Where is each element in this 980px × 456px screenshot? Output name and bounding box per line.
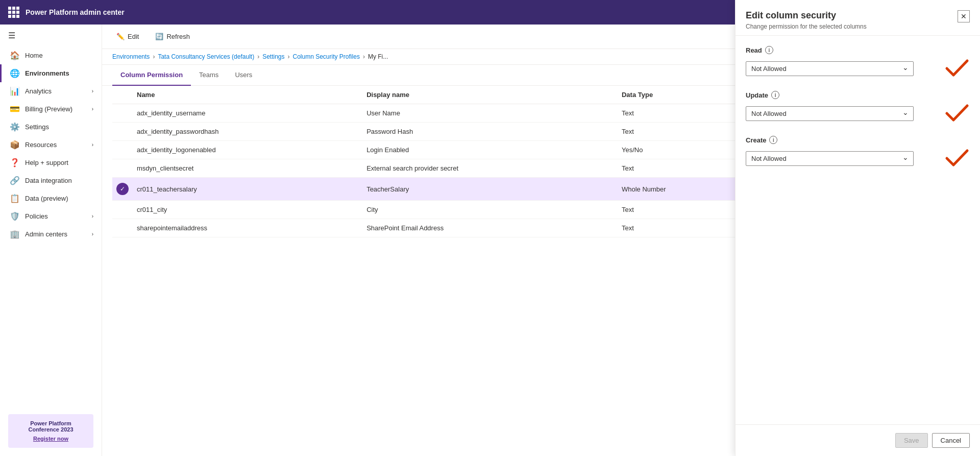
sidebar-item-analytics[interactable]: 📊 Analytics › [0,82,102,100]
sidebar-item-label: Policies [25,212,48,220]
row-data-type: Text [618,201,751,219]
sidebar-item-label: Billing (Preview) [25,105,72,113]
row-data-type: Text [618,219,751,237]
sidebar-item-settings[interactable]: ⚙️ Settings [0,118,102,136]
row-name: adx_identity_username [133,104,362,123]
sidebar-item-home[interactable]: 🏠 Home [0,46,102,64]
sidebar-item-data-integration[interactable]: 🔗 Data integration [0,172,102,189]
sidebar-item-resources[interactable]: 📦 Resources › [0,136,102,154]
sidebar-item-label: Analytics [25,87,52,95]
tab-teams[interactable]: Teams [191,65,227,86]
tab-users[interactable]: Users [227,65,260,86]
read-info-icon[interactable]: i [765,46,773,54]
panel-subtitle: Change permission for the selected colum… [746,25,867,30]
breadcrumb-settings[interactable]: Settings [262,53,284,60]
environments-icon: 🌐 [10,68,20,78]
row-data-type: Whole Number [618,178,751,201]
update-info-icon[interactable]: i [771,91,779,99]
col-header-name: Name [133,86,362,104]
settings-icon: ⚙️ [10,122,20,132]
promo-register-link[interactable]: Register now [33,436,68,442]
edit-button[interactable]: ✏️ Edit [112,31,143,42]
edit-column-security-panel: Edit column security Change permission f… [735,25,980,456]
sidebar-item-label: Help + support [25,159,68,166]
row-display-name: SharePoint Email Address [362,219,618,237]
row-select-cell: ✓ [112,178,133,201]
sidebar-item-policies[interactable]: 🛡️ Policies › [0,207,102,225]
breadcrumb-column-security-profiles[interactable]: Column Security Profiles [293,53,360,60]
home-icon: 🏠 [10,51,20,60]
update-checkmark-icon [944,103,970,124]
row-select-cell [112,159,133,178]
sidebar-item-data-preview[interactable]: 📋 Data (preview) [0,189,102,207]
row-select-cell [112,141,133,159]
update-field: Update i Not Allowed Allowed [746,91,970,124]
row-data-type: Text [618,123,751,141]
sidebar-item-help[interactable]: ❓ Help + support [0,154,102,172]
breadcrumb-tcs[interactable]: Tata Consultancy Services (default) [158,53,254,60]
sidebar-item-label: Home [25,52,43,59]
main-layout: ☰ 🏠 Home 🌐 Environments 📊 Analytics › 💳 … [0,25,980,456]
billing-icon: 💳 [10,104,20,114]
chevron-down-icon: › [92,231,93,237]
help-icon: ❓ [10,158,20,167]
refresh-button[interactable]: 🔄 Refresh [151,31,194,42]
admin-centers-icon: 🏢 [10,229,20,239]
row-selected-check: ✓ [116,183,129,195]
chevron-down-icon: › [92,213,93,219]
row-display-name: User Name [362,104,618,123]
sidebar-item-environments[interactable]: 🌐 Environments [0,64,102,82]
save-button[interactable]: Save [895,433,928,448]
sidebar-item-admin-centers[interactable]: 🏢 Admin centers › [0,225,102,243]
sidebar-item-label: Data integration [25,177,72,184]
sidebar-item-label: Settings [25,123,49,131]
data-integration-icon: 🔗 [10,176,20,185]
data-preview-icon: 📋 [10,194,20,203]
create-info-icon[interactable]: i [769,136,777,144]
read-label: Read i [746,46,970,54]
breadcrumb-environments[interactable]: Environments [112,53,150,60]
row-name: sharepointemailaddress [133,219,362,237]
cancel-button[interactable]: Cancel [932,433,970,448]
read-checkmark-icon [944,58,970,79]
row-data-type: Text [618,159,751,178]
analytics-icon: 📊 [10,86,20,96]
read-select[interactable]: Not Allowed Allowed [746,61,914,76]
row-name: cr011_teachersalary [133,178,362,201]
sidebar-item-label: Admin centers [25,230,67,238]
col-header-display-name: Display name [362,86,618,104]
policies-icon: 🛡️ [10,211,20,221]
row-display-name: Password Hash [362,123,618,141]
create-select[interactable]: Not Allowed Allowed [746,151,914,166]
panel-header: Edit column security Change permission f… [736,25,980,36]
sidebar: ☰ 🏠 Home 🌐 Environments 📊 Analytics › 💳 … [0,25,102,456]
row-data-type: Text [618,104,751,123]
chevron-down-icon: › [92,106,93,112]
row-display-name: External search provider secret [362,159,618,178]
row-display-name: City [362,201,618,219]
col-header-data-type: Data Type [618,86,751,104]
chevron-down-icon: › [92,88,93,94]
row-select-cell [112,104,133,123]
read-field: Read i Not Allowed Allowed [746,46,970,79]
tab-column-permission[interactable]: Column Permission [112,65,191,86]
row-name: adx_identity_logonenabled [133,141,362,159]
refresh-icon: 🔄 [155,33,163,40]
breadcrumb-current: My Fi... [368,53,388,60]
row-display-name: Login Enabled [362,141,618,159]
app-grid-icon[interactable] [8,7,19,18]
sidebar-item-label: Resources [25,141,57,149]
row-data-type: Yes/No [618,141,751,159]
chevron-down-icon: › [92,142,93,148]
col-header-select [112,86,133,104]
row-name: msdyn_clientsecret [133,159,362,178]
create-checkmark-icon [944,148,970,169]
sidebar-toggle[interactable]: ☰ [0,25,102,46]
row-select-cell [112,219,133,237]
sidebar-item-label: Environments [25,69,69,77]
panel-footer: Save Cancel [736,424,980,456]
update-select[interactable]: Not Allowed Allowed [746,106,914,121]
create-label: Create i [746,136,970,144]
row-name: adx_identity_passwordhash [133,123,362,141]
sidebar-item-billing[interactable]: 💳 Billing (Preview) › [0,100,102,118]
